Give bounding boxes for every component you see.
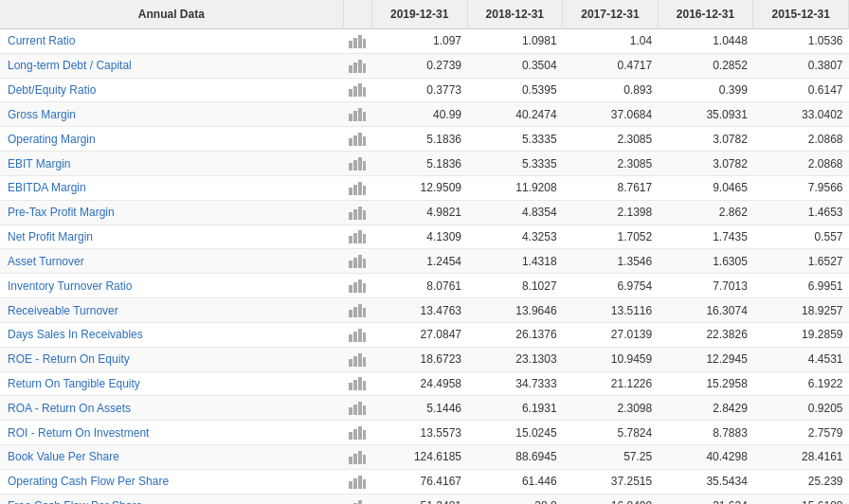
row-value-2: 6.9754 [563,274,659,298]
row-label[interactable]: Operating Cash Flow Per Share [0,469,343,494]
chart-icon[interactable] [343,78,371,102]
chart-icon[interactable] [343,396,371,421]
row-label[interactable]: EBITDA Margin [0,175,343,200]
row-label[interactable]: Current Ratio [0,29,343,54]
row-label[interactable]: Days Sales In Receivables [0,322,343,347]
row-value-4: 2.0868 [753,127,849,152]
row-value-2: 1.7052 [563,225,659,249]
header-annual-data: Annual Data [0,0,343,29]
chart-icon[interactable] [343,225,371,249]
financial-table: Annual Data 2019-12-31 2018-12-31 2017-1… [0,0,849,504]
svg-rect-66 [358,426,362,440]
chart-icon[interactable] [343,421,371,445]
row-value-3: 0.399 [658,78,753,102]
row-value-3: 22.3826 [658,322,753,347]
row-label[interactable]: Net Profit Margin [0,225,343,249]
row-value-2: 8.7617 [563,175,659,200]
row-label[interactable]: Operating Margin [0,127,343,152]
row-value-3: 8.7883 [658,421,753,445]
row-label[interactable]: ROE - Return On Equity [0,347,343,371]
row-value-4: 2.0868 [753,152,849,176]
chart-icon[interactable] [343,152,371,176]
svg-rect-37 [353,258,357,268]
row-label[interactable]: Asset Turnover [0,249,343,274]
svg-rect-25 [353,185,357,195]
table-row: Current Ratio 1.0971.09811.041.04481.053… [0,29,849,54]
chart-icon[interactable] [343,175,371,200]
row-value-4: 18.9257 [753,298,849,323]
svg-rect-11 [363,87,366,97]
row-label[interactable]: EBIT Margin [0,152,343,176]
row-value-3: 35.0931 [658,102,753,127]
chart-icon[interactable] [343,29,371,54]
svg-rect-57 [353,380,357,390]
row-value-3: 1.0448 [658,29,753,54]
chart-icon[interactable] [343,322,371,347]
svg-rect-75 [363,479,366,489]
row-label[interactable]: Return On Tangible Equity [0,371,343,396]
chart-icon[interactable] [343,445,371,470]
svg-rect-24 [349,188,352,195]
row-label[interactable]: ROA - Return On Assets [0,396,343,421]
chart-icon[interactable] [343,127,371,152]
svg-rect-17 [353,135,357,146]
row-value-0: 5.1836 [371,152,467,176]
chart-icon[interactable] [343,249,371,274]
row-value-1: 23.1303 [467,347,563,371]
svg-rect-20 [349,163,352,171]
svg-rect-0 [349,41,352,48]
row-value-3: 15.2958 [658,371,753,396]
row-value-2: 21.1226 [563,371,659,396]
table-row: ROI - Return On Investment 13.557315.024… [0,421,849,445]
row-value-1: 6.1931 [467,396,563,421]
row-label[interactable]: Free Cash Flow Per Share [0,494,343,504]
header-date-0: 2019-12-31 [371,0,467,29]
svg-rect-64 [349,432,352,440]
table-row: Days Sales In Receivables 27.084726.1376… [0,322,849,347]
row-value-2: 5.7824 [563,421,659,445]
row-value-1: 1.0981 [467,29,563,54]
chart-icon[interactable] [343,469,371,494]
svg-rect-7 [363,63,366,73]
row-value-1: 13.9646 [467,298,563,323]
svg-rect-6 [358,60,362,73]
svg-rect-65 [353,429,357,440]
chart-icon[interactable] [343,494,371,504]
svg-rect-40 [349,285,352,293]
chart-icon[interactable] [343,53,371,78]
row-label[interactable]: Inventory Turnover Ratio [0,274,343,298]
svg-rect-19 [363,136,366,146]
table-row: Free Cash Flow Per Share 51.240138.816.8… [0,494,849,504]
row-label[interactable]: Book Value Per Share [0,445,343,470]
svg-rect-26 [358,182,362,195]
row-value-0: 12.9509 [371,175,467,200]
row-value-4: 19.2859 [753,322,849,347]
row-value-2: 10.9459 [563,347,659,371]
svg-rect-52 [349,359,352,367]
chart-icon[interactable] [343,274,371,298]
row-value-4: 0.557 [753,225,849,249]
row-value-3: 21.624 [658,494,753,504]
table-row: ROA - Return On Assets 5.14466.19312.309… [0,396,849,421]
svg-rect-51 [363,333,366,342]
svg-rect-15 [363,112,366,121]
row-label[interactable]: ROI - Return On Investment [0,421,343,445]
chart-icon[interactable] [343,298,371,323]
chart-icon[interactable] [343,102,371,127]
chart-icon[interactable] [343,200,371,225]
row-label[interactable]: Gross Margin [0,102,343,127]
table-row: EBITDA Margin 12.950911.92088.76179.0465… [0,175,849,200]
chart-icon[interactable] [343,371,371,396]
row-label[interactable]: Pre-Tax Profit Margin [0,200,343,225]
svg-rect-16 [349,138,352,146]
row-label[interactable]: Debt/Equity Ratio [0,78,343,102]
row-label[interactable]: Receiveable Turnover [0,298,343,323]
svg-rect-74 [358,476,362,489]
svg-rect-38 [358,255,362,268]
row-value-1: 11.9208 [467,175,563,200]
row-value-2: 1.3546 [563,249,659,274]
row-label[interactable]: Long-term Debt / Capital [0,53,343,78]
chart-icon[interactable] [343,347,371,371]
header-date-1: 2018-12-31 [467,0,563,29]
svg-rect-9 [353,86,357,97]
